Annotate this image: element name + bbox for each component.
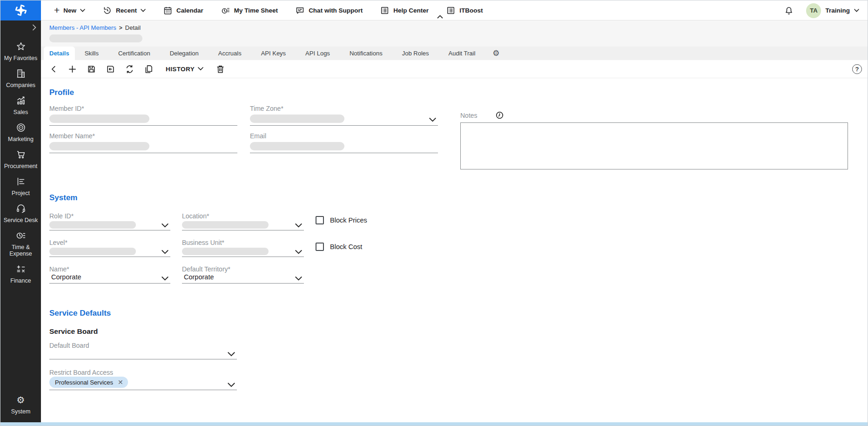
sidebar-item-project[interactable]: Project — [0, 176, 41, 196]
sidebar-item-time-expense[interactable]: Time & Expense — [0, 230, 41, 257]
system-section-heading: System — [49, 193, 77, 203]
timesheet-icon — [221, 6, 230, 15]
calendar-button[interactable]: Calendar — [163, 6, 203, 15]
save-button[interactable] — [87, 64, 96, 74]
sidebar-item-my-favorites[interactable]: My Favorites — [0, 41, 41, 61]
refresh-button[interactable] — [125, 64, 135, 74]
loading-skeleton — [49, 142, 149, 150]
name-value: Corporate — [49, 273, 81, 282]
topbar-right: TA Training — [784, 0, 859, 20]
back-button[interactable] — [49, 65, 58, 74]
tab-accruals[interactable]: Accruals — [209, 47, 251, 60]
calendar-icon — [163, 6, 173, 15]
chevron-down-icon — [295, 250, 302, 254]
add-button[interactable] — [67, 64, 77, 74]
member-id-input[interactable] — [49, 113, 237, 126]
chevron-down-icon — [161, 277, 168, 281]
restrict-board-access-select[interactable]: Professional Services ✕ — [49, 377, 237, 390]
chevron-down-icon — [161, 250, 168, 254]
app-window: + New Recent — [0, 0, 868, 426]
breadcrumb-parent-link[interactable]: Members - API Members — [49, 24, 116, 31]
default-territory-label: Default Territory* — [182, 265, 304, 273]
save-and-close-button[interactable] — [106, 64, 115, 74]
sidebar-item-companies[interactable]: Companies — [0, 68, 41, 88]
copy-button[interactable] — [144, 64, 154, 74]
block-cost-checkbox-row[interactable]: Block Cost — [316, 243, 362, 251]
business-unit-select[interactable] — [182, 247, 304, 257]
itboost-label: ITBoost — [459, 7, 483, 14]
tab-api-logs[interactable]: API Logs — [296, 47, 340, 60]
tabstrip: Details Skills Certification Delegation … — [41, 47, 868, 60]
history-label: HISTORY — [166, 66, 195, 73]
level-select[interactable] — [49, 247, 170, 257]
help-button[interactable]: ? — [852, 64, 862, 74]
new-label: New — [63, 7, 76, 14]
default-board-select[interactable] — [49, 350, 237, 359]
chevron-down-icon — [161, 223, 168, 228]
tab-certification[interactable]: Certification — [108, 47, 160, 60]
service-defaults-section-heading: Service Defaults — [49, 309, 111, 318]
location-field: Location* — [182, 212, 304, 230]
notifications-bell-icon[interactable] — [784, 6, 794, 16]
math-symbols-icon — [15, 263, 27, 275]
buildings-icon — [15, 68, 27, 80]
sidebar-item-marketing[interactable]: Marketing — [0, 122, 41, 142]
board-chip-label: Professional Services — [55, 379, 113, 386]
default-territory-select[interactable]: Corporate — [182, 273, 304, 284]
member-id-label: Member ID* — [49, 105, 237, 113]
my-time-sheet-button[interactable]: My Time Sheet — [221, 6, 278, 15]
board-chip: Professional Services ✕ — [49, 377, 128, 388]
block-cost-checkbox[interactable] — [316, 243, 324, 251]
block-cost-label: Block Cost — [330, 243, 362, 250]
sidebar-expand-button[interactable] — [0, 20, 41, 34]
chevron-down-icon — [80, 9, 85, 12]
breadcrumb-current: Detail — [125, 24, 141, 31]
notes-textarea[interactable] — [460, 122, 848, 169]
tab-skills[interactable]: Skills — [75, 47, 108, 60]
collapse-topbar-caret[interactable] — [437, 15, 443, 19]
tab-audit-trail[interactable]: Audit Trail — [439, 47, 485, 60]
sidebar-item-label: System — [11, 408, 31, 415]
breadcrumb-band: Members - API Members > Detail — [41, 20, 868, 47]
sidebar-item-label: Time & Expense — [3, 244, 39, 257]
chevron-down-icon — [228, 383, 235, 387]
name-select[interactable]: Corporate — [49, 273, 170, 284]
tab-delegation[interactable]: Delegation — [160, 47, 209, 60]
delete-button[interactable] — [215, 64, 225, 74]
time-zone-label: Time Zone* — [250, 105, 438, 113]
sidebar-item-system[interactable]: ⚙ System — [0, 394, 41, 415]
connectwise-logo[interactable] — [0, 0, 41, 20]
role-id-select[interactable] — [49, 220, 170, 230]
tab-api-keys[interactable]: API Keys — [251, 47, 296, 60]
project-list-icon — [15, 176, 27, 188]
time-zone-select[interactable] — [250, 113, 438, 126]
location-select[interactable] — [182, 220, 304, 230]
tab-settings-gear-icon[interactable]: ⚙ — [485, 47, 507, 60]
sidebar-item-procurement[interactable]: Procurement — [0, 149, 41, 169]
user-menu[interactable]: TA Training — [806, 3, 859, 18]
block-prices-checkbox[interactable] — [316, 216, 324, 224]
tab-notifications[interactable]: Notifications — [340, 47, 392, 60]
my-time-sheet-label: My Time Sheet — [234, 7, 278, 14]
sidebar-item-finance[interactable]: Finance — [0, 263, 41, 284]
recent-menu-button[interactable]: Recent — [102, 6, 146, 15]
sidebar-item-label: My Favorites — [4, 55, 38, 61]
new-menu-button[interactable]: + New — [54, 6, 85, 14]
tab-details[interactable]: Details — [44, 47, 75, 60]
chip-remove-icon[interactable]: ✕ — [118, 379, 123, 385]
member-name-input[interactable] — [49, 140, 237, 153]
sidebar-item-sales[interactable]: Sales — [0, 95, 41, 115]
history-dropdown-button[interactable]: HISTORY — [166, 66, 203, 73]
boxed-list-icon — [446, 6, 456, 15]
tab-job-roles[interactable]: Job Roles — [392, 47, 439, 60]
block-prices-checkbox-row[interactable]: Block Prices — [316, 216, 367, 224]
chat-with-support-button[interactable]: Chat with Support — [295, 6, 363, 15]
email-input[interactable] — [250, 140, 438, 153]
bottom-scroll-strip[interactable] — [0, 422, 868, 426]
time-zone-field: Time Zone* — [250, 105, 438, 126]
sidebar-item-service-desk[interactable]: Service Desk — [0, 203, 41, 223]
clock-icon[interactable] — [495, 111, 504, 120]
help-center-button[interactable]: Help Center — [380, 6, 429, 15]
itboost-button[interactable]: ITBoost — [446, 6, 483, 15]
top-navigation: + New Recent — [54, 6, 483, 15]
